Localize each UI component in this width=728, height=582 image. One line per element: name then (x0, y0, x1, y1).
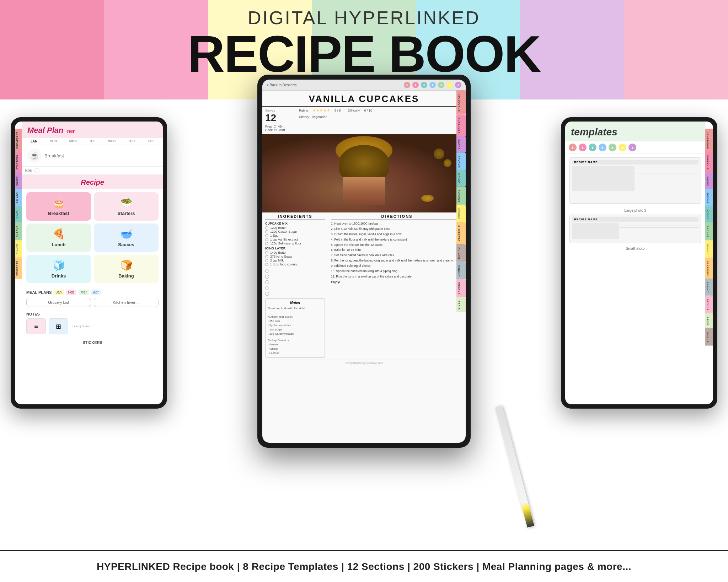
serves-label: Serves (265, 109, 293, 112)
center-tab-baking[interactable]: BAKING (456, 244, 466, 262)
left-tab-salads[interactable]: SALADS (15, 189, 22, 207)
left-tab-soups[interactable]: SOUPS (15, 173, 22, 189)
center-side-tabs: BREAKFAST STARTERS SOUPS SALADS LUNCH SN… (456, 90, 466, 312)
left-tab-breakfast[interactable]: BREAKFAST (15, 129, 22, 152)
center-tab-starters[interactable]: STARTERS (456, 114, 466, 136)
left-tab-lunch[interactable]: LUNCH (15, 206, 22, 222)
center-tab-salads[interactable]: SALADS (456, 152, 466, 171)
month-apr-btn[interactable]: Apr (91, 290, 101, 295)
cal-month: JAN (25, 139, 43, 143)
right-tab-drinks[interactable]: DRINKS (705, 279, 713, 296)
serves-block: Serves 12 Prep ⏱ 40m Cook ⏱ 20m (262, 107, 296, 134)
rt-icon-7: ● (628, 144, 636, 151)
notes-box-title: Notes (268, 301, 322, 305)
month-jan-btn[interactable]: Jan (54, 290, 64, 295)
center-tab-sides[interactable]: SIDES (456, 297, 466, 312)
recipe-name-bar-small: RECIPE NAME (572, 217, 698, 222)
right-tab-sides[interactable]: SIDES (705, 313, 713, 328)
recipe-card-drinks[interactable]: 🧊 Drinks (26, 255, 91, 283)
note-icon-lined: ≡ (26, 318, 46, 334)
difficulty-value: 6 / 10 (364, 109, 372, 112)
recipe-content: INGREDIENTS CUPCAKE MIX 120g Butter 120g… (262, 212, 466, 360)
direction-3: 3. Cream the butter, sugar, vanilla and … (331, 232, 463, 237)
left-tab-starters[interactable]: STARTERS (15, 152, 22, 173)
right-tab-desserts[interactable]: DESSERTS (705, 258, 713, 279)
month-mar-btn[interactable]: Mar (79, 290, 89, 295)
lunch-card-label: Lunch (52, 242, 66, 247)
notes-section: NOTES ≡ ⊞ Lined | Dotted... (22, 310, 163, 336)
rt-icon-4: ● (599, 144, 606, 151)
recipe-title-bar: VANILLA CUPCAKES (262, 91, 466, 107)
notes-text-content: Great one to do with the kids! Nutrition… (268, 306, 322, 336)
recipe-title: VANILLA CUPCAKES (266, 93, 462, 104)
right-tab-sauces[interactable]: SAUCES (705, 296, 713, 313)
pencil (495, 405, 534, 527)
icing-ingredient-2: 275 Icing Sugar (265, 255, 325, 258)
left-tab-desserts[interactable]: DESSERTS (15, 258, 22, 279)
center-tab-dinner[interactable]: DINNER (456, 205, 466, 222)
cal-fri: FRI (142, 139, 160, 143)
nav-icon-4: ● (429, 82, 436, 88)
recipe-section-header: Recipe (22, 175, 163, 189)
grocery-list-btn[interactable]: Grocery List (26, 298, 91, 307)
note-icon-grid: ⊞ (49, 318, 68, 334)
tablet-center-screen: < Back to Desserts ● ● ● ● ● ● ● VANILLA… (262, 80, 466, 443)
prep-value: 40m (278, 125, 284, 128)
right-tab-lunch[interactable]: LUNCH (705, 206, 713, 222)
icing-title: ICING LAYER (265, 247, 325, 250)
right-tab-starters[interactable]: STARTERS (705, 152, 713, 173)
center-tab-soups[interactable]: SOUPS (456, 136, 466, 152)
drinks-card-label: Drinks (52, 273, 66, 279)
breakfast-row: ☕ Breakfast (22, 145, 163, 167)
bottom-bar-text: HYPERLINKED Recipe book | 8 Recipe Templ… (97, 561, 631, 572)
directions-column: DIRECTIONS 1. Heat oven to 180C/160C fan… (328, 212, 466, 360)
header-title: RECIPE BOOK (0, 28, 728, 80)
icing-ingredient-3: 2 tsp Milk (265, 259, 325, 262)
ingredients-column: INGREDIENTS CUPCAKE MIX 120g Butter 120g… (262, 212, 328, 360)
large-photo-template: RECIPE NAME (569, 157, 701, 204)
recipe-card-lunch[interactable]: 🍕 Lunch (26, 223, 91, 252)
center-tab-snacks[interactable]: SNACKS (456, 187, 466, 205)
cal-mon: MON (64, 139, 82, 143)
center-tab-desserts[interactable]: DESSERTS (456, 222, 466, 244)
back-to-desserts[interactable]: < Back to Desserts (267, 83, 296, 87)
cal-tue: TUE (84, 139, 102, 143)
center-tab-drinks[interactable]: DRINKS (456, 262, 466, 279)
center-tab-sauces[interactable]: SAUCES (456, 279, 466, 297)
kitchen-inventory-btn[interactable]: Kitchen Inven... (94, 298, 159, 307)
cook-icon: ⏱ (274, 128, 277, 132)
right-tab-soups[interactable]: SOUPS (705, 173, 713, 189)
recipe-card-starters[interactable]: 🥗 Starters (94, 192, 159, 221)
recipe-card-breakfast[interactable]: 🎂 Breakfast (26, 192, 91, 221)
nut-decoration-2 (444, 159, 451, 167)
ingredient-3: 1 Egg (265, 234, 325, 237)
right-tab-baking[interactable]: BAKING (705, 328, 713, 346)
cook-label: Cook (265, 128, 273, 132)
recipe-photo (262, 134, 466, 212)
rating-stars: ★★★★★ (312, 108, 330, 113)
recipe-card-sauces[interactable]: 🥣 Sauces (94, 223, 159, 252)
left-tab-dinner[interactable]: DINNER (15, 241, 22, 258)
left-tab-snacks[interactable]: SNACKS (15, 222, 22, 241)
direction-11: 11. Pipe the icing in a swirl on top of … (331, 275, 463, 279)
right-tab-breakfast[interactable]: BREAKFAST (705, 129, 713, 152)
month-feb-btn[interactable]: Feb (66, 290, 76, 295)
direction-enjoy: Enjoy! (331, 280, 463, 285)
drinks-icon: 🧊 (53, 259, 65, 271)
cook-row: Cook ⏱ 20m (265, 128, 293, 132)
rt-icon-5: ● (609, 144, 616, 151)
tablet-left-screen: BREAKFAST STARTERS SOUPS SALADS LUNCH SN… (15, 122, 163, 404)
bottom-bar: HYPERLINKED Recipe book | 8 Recipe Templ… (0, 550, 728, 582)
center-tab-lunch[interactable]: LUNCH (456, 170, 466, 187)
center-tab-breakfast[interactable]: BREAKFAST (456, 90, 466, 114)
small-photo-label: Small photo (565, 247, 705, 250)
recipe-card-baking[interactable]: 🍞 Baking (94, 255, 159, 283)
cupcake-photo-bg (262, 134, 466, 212)
ingredient-2: 120g Castor Sugar (265, 230, 325, 233)
right-tab-salads[interactable]: SALADS (705, 189, 713, 207)
recipe-name-bar-large: RECIPE NAME (572, 160, 698, 165)
nav-icon-2: ● (412, 82, 419, 88)
recipe-grid: 🎂 Breakfast 🥗 Starters 🍕 Lunch 🥣 Sauces … (22, 189, 163, 287)
right-tab-dinner[interactable]: DINNER (705, 241, 713, 258)
right-tab-snacks[interactable]: SNACKS (705, 222, 713, 241)
